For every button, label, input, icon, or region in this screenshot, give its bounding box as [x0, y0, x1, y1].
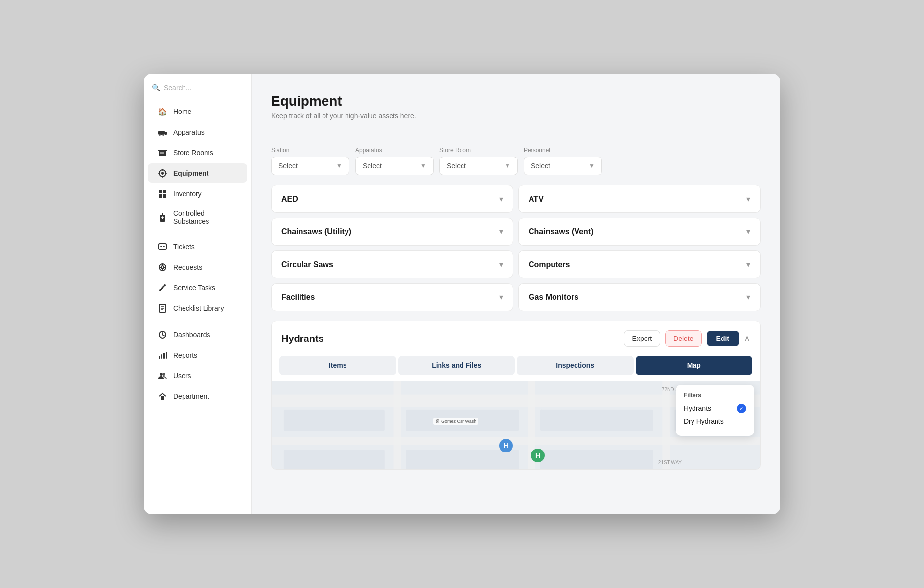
station-select[interactable]: Select ▼	[271, 157, 349, 175]
sidebar-item-dashboards[interactable]: Dashboards	[148, 325, 247, 344]
station-label: Station	[271, 147, 349, 154]
tickets-icon	[158, 242, 167, 251]
sidebar-item-department[interactable]: Department	[148, 386, 247, 406]
main-content: Equipment Keep track of all of your high…	[252, 74, 780, 514]
svg-rect-55	[540, 410, 653, 431]
equipment-item-gas-monitors[interactable]: Gas Monitors ▾	[518, 283, 761, 311]
tab-items[interactable]: Items	[279, 356, 396, 375]
svg-text:G: G	[436, 420, 439, 423]
equipment-name-circular-saws: Circular Saws	[281, 260, 333, 269]
svg-point-26	[161, 266, 164, 269]
filters-panel-title: Filters	[684, 392, 746, 399]
personnel-chevron-icon: ▼	[589, 162, 595, 169]
search-bar[interactable]: 🔍 Search...	[152, 84, 243, 91]
sidebar-label-requests: Requests	[173, 263, 202, 271]
equipment-item-atv[interactable]: ATV ▾	[518, 185, 761, 213]
personnel-filter-group: Personnel Select ▼	[524, 147, 602, 175]
sidebar-item-checklist[interactable]: Checklist Library	[148, 298, 247, 318]
sidebar-item-controlled[interactable]: ControlledSubstances	[148, 204, 247, 230]
equipment-item-chainsaws-utility[interactable]: Chainsaws (Utility) ▾	[271, 218, 513, 246]
svg-point-3	[162, 134, 164, 136]
edit-button[interactable]: Edit	[707, 331, 739, 346]
personnel-select[interactable]: Select ▼	[524, 157, 602, 175]
sidebar-item-reports[interactable]: Reports	[148, 345, 247, 365]
svg-rect-23	[160, 246, 162, 247]
storeroom-select-value: Select	[447, 162, 466, 170]
delete-button[interactable]: Delete	[665, 330, 701, 347]
sidebar-label-users: Users	[173, 372, 191, 380]
sidebar-item-tickets[interactable]: Tickets	[148, 237, 247, 256]
app-window: 🔍 Search... 🏠 Home Apparatus Store Rooms…	[144, 74, 780, 514]
svg-point-39	[162, 334, 163, 336]
reports-icon	[158, 350, 167, 360]
station-filter-group: Station Select ▼	[271, 147, 349, 175]
apparatus-filter-group: Apparatus Select ▼	[355, 147, 434, 175]
svg-rect-49	[272, 437, 760, 445]
sidebar-label-controlled: ControlledSubstances	[173, 209, 209, 225]
sidebar-label-reports: Reports	[173, 351, 197, 359]
street-label-21st: 21ST WAY	[658, 460, 682, 465]
svg-rect-17	[163, 194, 166, 198]
equipment-name-atv: ATV	[529, 195, 544, 204]
svg-rect-10	[162, 169, 163, 171]
circular-saws-chevron-icon: ▾	[499, 260, 503, 269]
svg-point-44	[160, 373, 162, 376]
svg-rect-43	[166, 352, 167, 359]
equipment-item-circular-saws[interactable]: Circular Saws ▾	[271, 250, 513, 278]
department-icon	[158, 391, 167, 401]
tab-links[interactable]: Links and Files	[398, 356, 515, 375]
equipment-item-chainsaws-vent[interactable]: Chainsaws (Vent) ▾	[518, 218, 761, 246]
svg-rect-46	[161, 396, 164, 400]
hydrants-actions: Export Delete Edit ∧	[624, 330, 750, 347]
map-pin-blue: H	[499, 439, 513, 452]
collapse-button[interactable]: ∧	[744, 333, 750, 344]
filter-option-dry-hydrants[interactable]: Dry Hydrants	[684, 417, 746, 425]
tabs-row: Items Links and Files Inspections Map	[272, 356, 760, 381]
storerooms-icon	[158, 148, 167, 158]
sidebar: 🔍 Search... 🏠 Home Apparatus Store Rooms…	[144, 74, 252, 514]
apparatus-select[interactable]: Select ▼	[355, 157, 434, 175]
sidebar-item-users[interactable]: Users	[148, 366, 247, 385]
apparatus-chevron-icon: ▼	[420, 162, 426, 169]
svg-rect-53	[284, 410, 385, 431]
hydrants-header: Hydrants Export Delete Edit ∧	[272, 321, 760, 356]
export-button[interactable]: Export	[624, 330, 660, 347]
sidebar-item-home[interactable]: 🏠 Home	[148, 102, 247, 121]
filter-option-hydrants[interactable]: Hydrants ✓	[684, 404, 746, 413]
sidebar-item-requests[interactable]: Requests	[148, 257, 247, 277]
sidebar-item-inventory[interactable]: Inventory	[148, 184, 247, 204]
equipment-name-computers: Computers	[529, 260, 570, 269]
storeroom-chevron-icon: ▼	[505, 162, 510, 169]
tab-inspections[interactable]: Inspections	[517, 356, 634, 375]
svg-rect-5	[160, 152, 162, 154]
collapse-icon: ∧	[744, 334, 750, 343]
equipment-name-chainsaws-utility: Chainsaws (Utility)	[281, 227, 351, 236]
svg-point-8	[161, 172, 164, 175]
tab-map[interactable]: Map	[636, 356, 753, 375]
sidebar-label-home: Home	[173, 108, 191, 115]
equipment-item-facilities[interactable]: Facilities ▾	[271, 283, 513, 311]
svg-rect-42	[163, 353, 165, 359]
svg-rect-15	[163, 190, 166, 193]
svg-rect-59	[540, 450, 653, 469]
tab-inspections-label: Inspections	[556, 362, 594, 369]
svg-rect-22	[159, 244, 166, 249]
filters-row: Station Select ▼ Apparatus Select ▼ Stor…	[271, 147, 761, 175]
search-placeholder: Search...	[164, 84, 191, 91]
svg-rect-16	[159, 194, 162, 198]
equipment-item-aed[interactable]: AED ▾	[271, 185, 513, 213]
sidebar-item-storerooms[interactable]: Store Rooms	[148, 143, 247, 162]
sidebar-item-service[interactable]: Service Tasks	[148, 278, 247, 297]
sidebar-label-equipment: Equipment	[173, 169, 208, 177]
facilities-chevron-icon: ▾	[499, 293, 503, 302]
sidebar-item-apparatus[interactable]: Apparatus	[148, 122, 247, 142]
equipment-item-computers[interactable]: Computers ▾	[518, 250, 761, 278]
users-icon	[158, 371, 167, 381]
storeroom-select[interactable]: Select ▼	[439, 157, 518, 175]
sidebar-label-department: Department	[173, 392, 209, 400]
sidebar-item-equipment[interactable]: Equipment	[148, 163, 247, 183]
checklist-icon	[158, 303, 167, 313]
svg-point-31	[164, 284, 166, 286]
hydrants-section: Hydrants Export Delete Edit ∧ Items Link…	[271, 321, 761, 470]
svg-point-45	[162, 373, 165, 376]
